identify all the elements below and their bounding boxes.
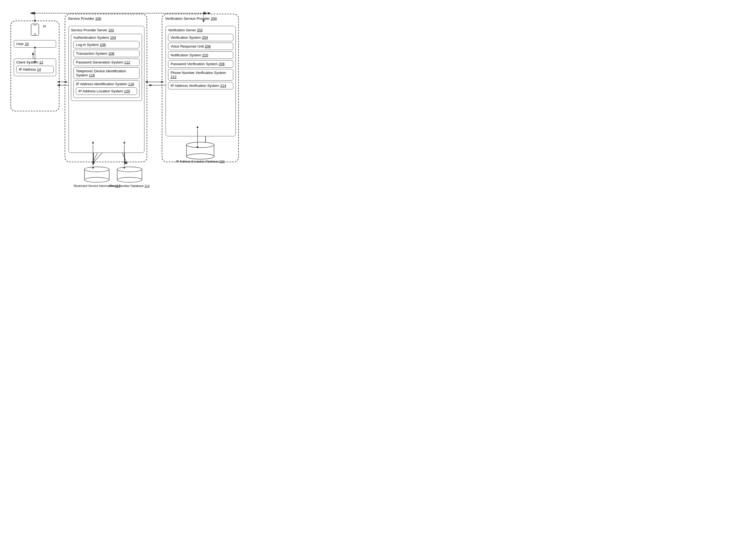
svg-marker-1 <box>30 12 33 14</box>
phone-db: Phone Number Database 114 <box>109 166 150 188</box>
vru-box: Voice Response Unit 206 <box>168 43 233 50</box>
db-cylinder-svg <box>185 141 215 160</box>
ip-num: 14 <box>37 67 41 71</box>
service-provider-section: Service Provider 100 Service Provider Se… <box>65 14 147 162</box>
svg-point-36 <box>84 177 109 182</box>
ip-label: IP Address <box>19 67 36 71</box>
db2-cylinder-svg <box>116 166 143 184</box>
ip-db-label: IP Address Exception Database 216 <box>176 159 224 163</box>
password-gen-system-box: Password Generation System 112 <box>73 59 139 66</box>
sp-num: 100 <box>95 16 101 21</box>
user-num: 10 <box>25 42 29 46</box>
diagram-container: 16 User 10 Client System 12 IP Address 1… <box>5 5 242 195</box>
password-verification-box: Password Verification System 208 <box>168 60 233 68</box>
svg-point-35 <box>84 167 109 172</box>
ip-verification-box: IP Address Verification System 214 <box>168 82 233 89</box>
ip-location-system-box: IP Address Location System 120 <box>76 87 137 95</box>
ip-exception-db: IP Address Exception Database 216 <box>176 141 224 163</box>
user-label: User <box>16 42 24 46</box>
login-system-box: Log-in System 106 <box>73 41 139 48</box>
verification-system-box: Verification System 204 <box>168 34 233 41</box>
client-label: Client System 12 <box>16 60 54 64</box>
transaction-system-box: Transaction System 108 <box>73 50 139 57</box>
vsp-label: Verification Service Provider <box>165 16 210 21</box>
vsp-section: Verification Service Provider 200 Verifi… <box>162 14 239 162</box>
client-section: 16 User 10 Client System 12 IP Address 1… <box>10 21 59 111</box>
auth-system-box: Authentication System 104 Log-in System … <box>71 34 142 101</box>
notification-system-box: Notification System 210 <box>168 51 233 59</box>
device-icon <box>30 23 40 37</box>
svg-rect-28 <box>31 24 39 35</box>
vs-server-title: Verification Server 202 <box>168 28 233 32</box>
sp-server-box: Service Provider Server 102 Authenticati… <box>68 26 144 153</box>
user-box: User 10 <box>14 40 56 48</box>
svg-point-39 <box>117 177 142 182</box>
svg-point-32 <box>186 142 214 148</box>
vsp-num: 200 <box>211 16 217 21</box>
ip-id-system-box: IP Address Identification System 118 IP … <box>73 80 139 98</box>
svg-marker-7 <box>148 84 151 86</box>
vs-server-box: Verification Server 202 Verification Sys… <box>166 26 236 136</box>
device-num: 16 <box>43 24 46 28</box>
svg-point-38 <box>117 167 142 172</box>
device-num-label: 16 <box>43 24 46 28</box>
svg-marker-41 <box>32 12 35 15</box>
phone-verification-box: Phone Number Verification System 212 <box>168 69 233 81</box>
svg-point-33 <box>186 154 214 159</box>
db2-label: Phone Number Database 114 <box>109 184 150 188</box>
client-system-box: Client System 12 IP Address 14 <box>14 59 56 76</box>
ip-address-box: IP Address 14 <box>16 66 54 73</box>
db1-cylinder-svg <box>83 166 111 184</box>
sp-label: Service Provider <box>68 16 94 21</box>
sp-server-title: Service Provider Server 102 <box>71 28 142 32</box>
telephonic-system-box: Telephonic Device Identification System … <box>73 67 139 79</box>
svg-point-29 <box>34 33 36 35</box>
